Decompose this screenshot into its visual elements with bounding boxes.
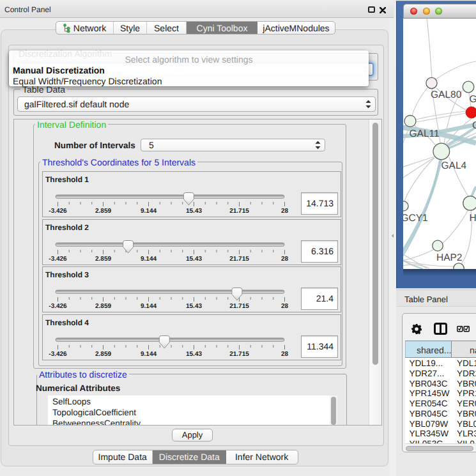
svg-text:HAP2: HAP2	[436, 252, 463, 263]
svg-text:GAL11: GAL11	[410, 128, 440, 139]
svg-text:GAL4: GAL4	[441, 160, 467, 171]
svg-text:GAL80: GAL80	[431, 89, 462, 100]
svg-text:H: H	[470, 213, 476, 224]
svg-text:CY: CY	[472, 120, 476, 131]
svg-text:GA: GA	[470, 94, 476, 105]
svg-text:GCY1: GCY1	[403, 213, 428, 224]
